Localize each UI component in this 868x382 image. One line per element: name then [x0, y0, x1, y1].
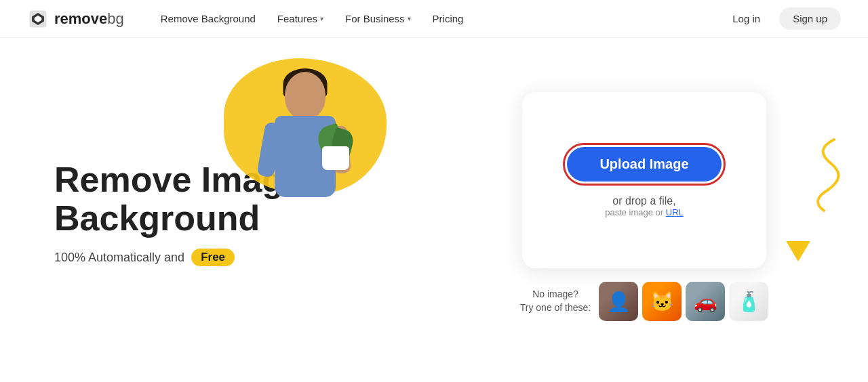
person-head: [285, 72, 326, 119]
sample-thumb-car[interactable]: [686, 282, 725, 321]
free-badge: Free: [191, 249, 235, 266]
nav-for-business[interactable]: For Business ▾: [336, 7, 420, 30]
hero-image-container: [217, 45, 393, 234]
logo-text: removebg: [54, 10, 124, 28]
person-figure: [251, 72, 359, 234]
hero-subtitle: 100% Automatically and Free: [54, 249, 380, 266]
navbar: removebg Remove Background Features ▾ Fo…: [0, 0, 868, 38]
triangle-decoration: [786, 241, 810, 261]
nav-links: Remove Background Features ▾ For Busines…: [151, 7, 722, 30]
url-link[interactable]: URL: [666, 207, 684, 217]
nav-remove-background[interactable]: Remove Background: [151, 7, 265, 30]
logo-icon: [27, 8, 49, 30]
for-business-chevron-icon: ▾: [408, 15, 411, 22]
drop-file-text: or drop a file,: [612, 195, 675, 207]
sample-thumb-product[interactable]: [729, 282, 768, 321]
plant-pot-base: [322, 146, 349, 170]
hero-person-image: [237, 58, 373, 234]
drop-text-area: or drop a file, paste image or URL: [605, 195, 684, 217]
right-section: Upload Image or drop a file, paste image…: [420, 92, 868, 328]
sample-row: No image? Try one of these:: [520, 282, 769, 321]
logo[interactable]: removebg: [27, 8, 124, 30]
squiggle-decoration: [800, 133, 848, 214]
nav-actions: Log in Sign up: [722, 7, 841, 30]
upload-image-button[interactable]: Upload Image: [567, 147, 721, 182]
login-button[interactable]: Log in: [722, 7, 771, 30]
sample-thumb-cat[interactable]: [642, 282, 682, 321]
subtitle-text: 100% Automatically and: [54, 251, 184, 265]
left-section: Remove Image Background 100% Automatical…: [0, 38, 420, 382]
sample-label: No image? Try one of these:: [520, 288, 591, 314]
sample-thumbs: [599, 282, 768, 321]
upload-button-wrapper: Upload Image: [563, 143, 725, 186]
nav-pricing[interactable]: Pricing: [423, 7, 473, 30]
paste-hint: paste image or URL: [605, 207, 684, 217]
main-content: Remove Image Background 100% Automatical…: [0, 38, 868, 382]
nav-features[interactable]: Features ▾: [268, 7, 333, 30]
arm-left: [256, 121, 283, 177]
upload-zone: Upload Image or drop a file, paste image…: [522, 92, 766, 268]
features-chevron-icon: ▾: [320, 15, 323, 22]
plant-decoration: [319, 126, 353, 170]
sample-thumb-person[interactable]: [599, 282, 638, 321]
signup-button[interactable]: Sign up: [779, 7, 841, 30]
